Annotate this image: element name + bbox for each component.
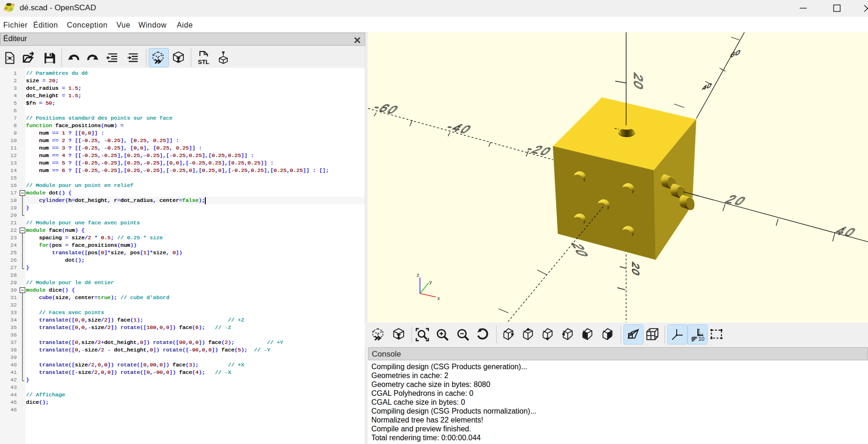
svg-text:x: x	[437, 295, 440, 301]
svg-text:z: z	[417, 272, 420, 278]
svg-text:10: 10	[698, 336, 704, 342]
svg-text:STL: STL	[198, 58, 209, 65]
svg-text:y: y	[429, 279, 432, 285]
